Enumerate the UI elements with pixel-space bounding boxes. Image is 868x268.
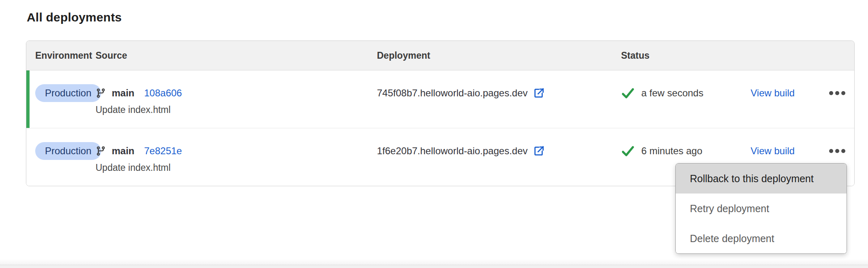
menu-item-retry[interactable]: Retry deployment — [676, 194, 847, 223]
deployment-url: 745f08b7.helloworld-aio.pages.dev — [377, 87, 528, 99]
table-row: Production main 108a606 Update index.htm… — [26, 70, 854, 128]
source-cell: main 7e8251e Update index.html — [96, 128, 377, 186]
section-divider-fade — [0, 259, 868, 265]
overflow-menu-icon[interactable] — [827, 85, 848, 101]
column-header-status: Status — [621, 50, 751, 61]
source-cell: main 108a606 Update index.html — [96, 70, 377, 128]
deployment-context-menu: Rollback to this deployment Retry deploy… — [675, 163, 847, 254]
row-actions-cell — [827, 70, 854, 128]
page-title: All deployments — [27, 11, 122, 24]
environment-badge: Production — [35, 84, 101, 102]
commit-message: Update index.html — [96, 104, 377, 115]
view-build-cell: View build — [751, 70, 827, 128]
deployments-page: All deployments Environment Source Deplo… — [0, 0, 868, 268]
deployment-url: 1f6e20b7.helloworld-aio.pages.dev — [377, 145, 528, 157]
environment-cell: Production — [35, 128, 96, 186]
view-build-link[interactable]: View build — [751, 87, 795, 99]
column-header-deployment: Deployment — [377, 50, 621, 61]
check-icon — [621, 145, 635, 157]
deployment-cell: 1f6e20b7.helloworld-aio.pages.dev — [377, 128, 621, 186]
external-link-icon[interactable] — [533, 145, 545, 157]
environment-badge: Production — [35, 142, 101, 160]
branch-name: main — [112, 87, 134, 99]
table-header-row: Environment Source Deployment Status — [26, 41, 854, 70]
view-build-link[interactable]: View build — [751, 145, 795, 157]
commit-message: Update index.html — [96, 162, 377, 173]
menu-item-delete[interactable]: Delete deployment — [676, 223, 847, 253]
column-header-environment: Environment — [35, 50, 96, 61]
menu-item-rollback[interactable]: Rollback to this deployment — [676, 164, 847, 194]
environment-cell: Production — [35, 70, 96, 128]
git-branch-icon — [96, 146, 106, 156]
overflow-menu-icon[interactable] — [827, 143, 848, 159]
commit-hash-link[interactable]: 108a606 — [144, 87, 182, 99]
external-link-icon[interactable] — [533, 87, 545, 99]
check-icon — [621, 87, 635, 99]
git-branch-icon — [96, 88, 106, 98]
section-divider — [0, 265, 868, 268]
status-cell: a few seconds — [621, 70, 751, 128]
deployment-cell: 745f08b7.helloworld-aio.pages.dev — [377, 70, 621, 128]
status-time: a few seconds — [641, 87, 703, 99]
column-header-source: Source — [96, 50, 377, 61]
status-time: 6 minutes ago — [641, 145, 702, 157]
commit-hash-link[interactable]: 7e8251e — [144, 145, 182, 157]
branch-name: main — [112, 145, 134, 157]
